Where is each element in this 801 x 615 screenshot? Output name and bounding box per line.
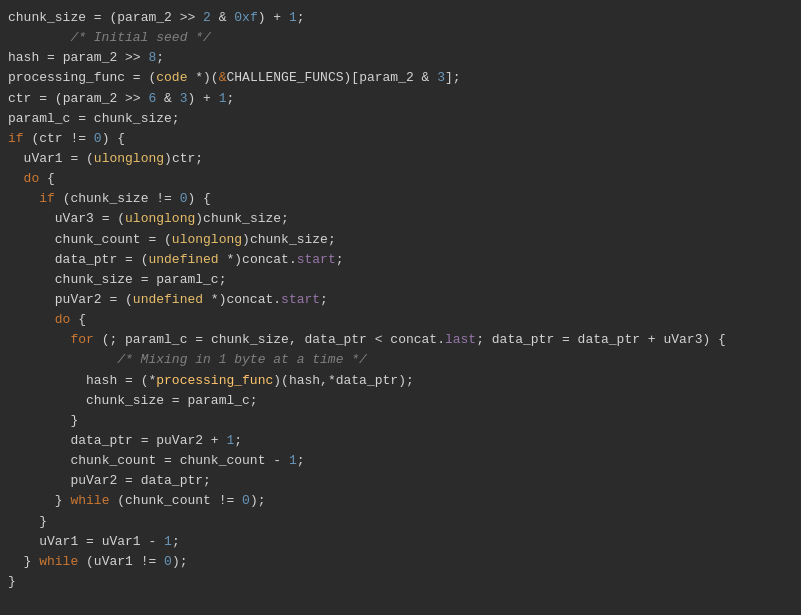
token: ctr xyxy=(39,129,62,149)
token: & xyxy=(156,89,179,109)
token: do xyxy=(24,169,40,189)
token: ) { xyxy=(187,189,210,209)
token xyxy=(8,169,24,189)
token: /* Mixing in 1 byte at a time */ xyxy=(117,350,367,370)
token: ; xyxy=(320,290,328,310)
code-line: /* Mixing in 1 byte at a time */ xyxy=(0,350,801,370)
token: hash xyxy=(8,48,39,68)
token: ; xyxy=(195,149,203,169)
token xyxy=(8,451,70,471)
code-block: chunk_size = (param_2 >> 2 & 0xf) + 1; /… xyxy=(0,0,801,600)
token: = ( xyxy=(117,250,148,270)
token: 6 xyxy=(148,89,156,109)
token xyxy=(8,290,55,310)
token: data_ptr xyxy=(70,431,132,451)
token: ]; xyxy=(445,68,461,88)
token: = xyxy=(187,330,210,350)
token: . xyxy=(273,290,281,310)
token: 1 xyxy=(164,532,172,552)
token: ; xyxy=(297,451,305,471)
token xyxy=(8,310,55,330)
token: >> xyxy=(117,89,148,109)
token: ); xyxy=(172,552,188,572)
token: data_ptr xyxy=(55,250,117,270)
token xyxy=(8,149,24,169)
token xyxy=(8,391,86,411)
token: = ( xyxy=(86,8,117,28)
token: ; xyxy=(234,431,242,451)
token: paraml_c xyxy=(156,270,218,290)
token: = ( xyxy=(94,209,125,229)
token: 1 xyxy=(219,89,227,109)
token: ( xyxy=(109,491,125,511)
token: *)( xyxy=(187,68,218,88)
token: hash xyxy=(289,371,320,391)
token: chunk_count xyxy=(180,451,266,471)
token: = xyxy=(117,471,140,491)
token: last xyxy=(445,330,476,350)
token: != xyxy=(211,491,242,511)
code-line: } xyxy=(0,572,801,592)
token: ; xyxy=(250,391,258,411)
code-line: ctr = (param_2 >> 6 & 3) + 1; xyxy=(0,89,801,109)
token: ) xyxy=(242,230,250,250)
code-line: chunk_count = (ulonglong)chunk_size; xyxy=(0,230,801,250)
token: data_ptr xyxy=(141,471,203,491)
token: )( xyxy=(273,371,289,391)
code-line: } while (chunk_count != 0); xyxy=(0,491,801,511)
token: & xyxy=(414,68,437,88)
token: *) xyxy=(203,290,226,310)
token: data_ptr xyxy=(578,330,640,350)
token: processing_func xyxy=(156,371,273,391)
token: ; xyxy=(336,250,344,270)
token xyxy=(8,431,70,451)
token: { xyxy=(70,310,86,330)
token: = (* xyxy=(117,371,156,391)
token: code xyxy=(156,68,187,88)
token: >> xyxy=(172,8,203,28)
token: ; xyxy=(156,48,164,68)
token: ; xyxy=(172,532,180,552)
token: ( xyxy=(24,129,40,149)
code-line: data_ptr = puVar2 + 1; xyxy=(0,431,801,451)
token: ; xyxy=(227,89,235,109)
token: chunk_count xyxy=(55,230,141,250)
token: chunk_size xyxy=(55,270,133,290)
token: start xyxy=(297,250,336,270)
token: paraml_c xyxy=(187,391,249,411)
code-line: processing_func = (code *)(&CHALLENGE_FU… xyxy=(0,68,801,88)
token: 3 xyxy=(437,68,445,88)
token: param_2 xyxy=(63,48,118,68)
token: = ( xyxy=(63,149,94,169)
code-line: paraml_c = chunk_size; xyxy=(0,109,801,129)
token: uVar1 xyxy=(39,532,78,552)
token: puVar2 xyxy=(156,431,203,451)
token: = ( xyxy=(141,230,172,250)
token: )[ xyxy=(344,68,360,88)
token: = xyxy=(554,330,577,350)
token: puVar2 xyxy=(55,290,102,310)
token: = ( xyxy=(125,68,156,88)
token: 0 xyxy=(242,491,250,511)
token: + xyxy=(203,431,226,451)
token: = xyxy=(156,451,179,471)
token: } xyxy=(8,411,78,431)
code-line: puVar2 = data_ptr; xyxy=(0,471,801,491)
token: undefined xyxy=(148,250,218,270)
token: ( xyxy=(78,552,94,572)
token: ); xyxy=(250,491,266,511)
token: concat xyxy=(390,330,437,350)
token: ; xyxy=(297,8,305,28)
code-line: chunk_count = chunk_count - 1; xyxy=(0,451,801,471)
token: != xyxy=(133,552,164,572)
token: uVar1 xyxy=(24,149,63,169)
token xyxy=(8,371,86,391)
token xyxy=(8,189,39,209)
token: (; xyxy=(94,330,125,350)
token: chunk_size xyxy=(8,8,86,28)
token: processing_func xyxy=(8,68,125,88)
token: 1 xyxy=(289,8,297,28)
token: hash xyxy=(86,371,117,391)
token: { xyxy=(39,169,55,189)
token: ); xyxy=(398,371,414,391)
